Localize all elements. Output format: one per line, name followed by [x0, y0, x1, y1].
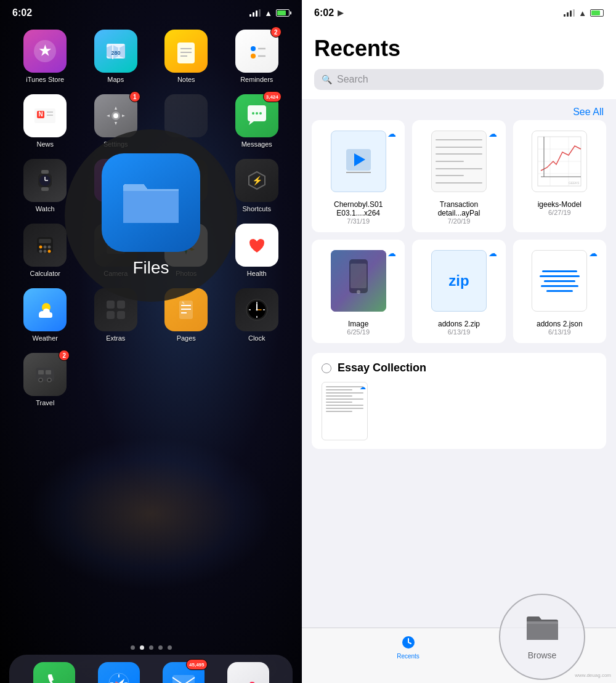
file-card-json[interactable]: ☁ addons 2.json 6/13/19 — [513, 240, 606, 343]
image-thumb — [331, 250, 386, 312]
svg-point-41 — [39, 250, 43, 253]
svg-rect-75 — [123, 189, 179, 223]
reminders-badge: 2 — [270, 26, 282, 38]
files-big-icon — [102, 153, 200, 252]
dock-safari[interactable] — [98, 662, 140, 683]
messages-icon: 3,424 — [235, 94, 278, 137]
essay-header: Essay Collection — [322, 362, 596, 374]
dot-5 — [168, 645, 172, 650]
recents-tab-icon — [400, 634, 416, 650]
file-name-2: Transactiondetail...ayPal — [438, 200, 480, 217]
time-right: 6:02 — [314, 7, 334, 18]
file-date-3: 6/27/19 — [548, 209, 571, 216]
file-card-technical[interactable]: GEEKS igeeks-Model 6/27/19 — [513, 120, 606, 232]
dock-mail[interactable]: 45,495 — [163, 662, 205, 683]
settings-badge: 1 — [129, 91, 140, 102]
svg-point-43 — [48, 250, 51, 253]
essay-cloud-icon: ☁ — [360, 384, 366, 390]
dot-1 — [131, 645, 135, 650]
dot-3 — [149, 645, 153, 650]
file-date-1: 7/31/19 — [347, 217, 370, 225]
svg-point-68 — [256, 309, 257, 311]
files-overlay[interactable]: Files — [65, 129, 237, 302]
notes-icon — [164, 30, 208, 73]
dot-4 — [158, 645, 163, 650]
svg-rect-54 — [117, 311, 125, 319]
clock-label: Clock — [248, 334, 265, 342]
watermark: www.deuag.com — [575, 673, 611, 678]
technical-thumb: GEEKS — [532, 131, 587, 192]
see-all-row: See All — [302, 99, 616, 120]
travel-badge: 2 — [59, 350, 70, 361]
page-dots — [0, 641, 302, 655]
svg-point-40 — [48, 246, 51, 249]
dock-phone-icon — [33, 662, 75, 683]
svg-rect-103 — [527, 621, 558, 624]
svg-point-19 — [252, 112, 254, 115]
reminders-icon: 2 — [235, 30, 278, 73]
itunes-store-icon: ★ — [23, 30, 67, 73]
file-card-video[interactable]: ☁ Chernobyl.S01E03.1....x264 7/31/19 — [312, 120, 405, 232]
tab-recents[interactable]: Recents — [302, 634, 477, 660]
svg-rect-71 — [46, 370, 51, 374]
svg-rect-37 — [39, 239, 51, 243]
signal-icon — [249, 9, 261, 17]
file-name-3: igeeks-Model — [538, 200, 582, 209]
search-bar[interactable]: 🔍 Search — [314, 69, 604, 90]
search-icon: 🔍 — [322, 75, 332, 84]
svg-text:GEEKS: GEEKS — [569, 181, 580, 185]
clock-icon — [235, 288, 278, 331]
signal-icon-right — [564, 9, 575, 17]
travel-icon: 2 — [23, 353, 67, 396]
svg-point-21 — [259, 112, 262, 115]
file-card-zip[interactable]: ☁ zip addons 2.zip 6/13/19 — [412, 240, 505, 343]
news-label: News — [36, 140, 54, 148]
svg-rect-102 — [527, 621, 558, 640]
app-reminders[interactable]: 2 Reminders — [224, 30, 290, 83]
dock-music[interactable] — [227, 662, 269, 683]
app-notes[interactable]: Notes — [153, 30, 219, 83]
file-name-6: addons 2.json — [537, 320, 583, 328]
app-itunes-store[interactable]: ★ iTunes Store — [12, 30, 78, 83]
maps-icon: 280 — [94, 30, 137, 73]
file-card-image[interactable]: ☁ — [312, 240, 405, 343]
svg-rect-70 — [38, 370, 44, 374]
maps-label: Maps — [107, 76, 124, 83]
notes-label: Notes — [177, 76, 195, 83]
svg-point-42 — [44, 250, 47, 253]
location-icon: ▶ — [338, 9, 343, 17]
messages-badge: 3,424 — [263, 91, 282, 102]
svg-marker-82 — [119, 679, 124, 683]
wifi-icon: ▲ — [264, 9, 272, 18]
app-maps[interactable]: 280 Maps — [83, 30, 149, 83]
essay-folder-circle — [322, 363, 331, 373]
cloud-icon-5: ☁ — [488, 248, 497, 258]
dot-2 — [140, 645, 144, 650]
file-name-4: Image — [348, 320, 368, 328]
earth-glow — [28, 437, 274, 591]
dock-mail-icon: 45,495 — [163, 662, 205, 683]
pages-label: Pages — [177, 334, 196, 342]
browse-circle-highlight[interactable]: Browse — [499, 594, 585, 680]
files-overlay-label: Files — [132, 258, 169, 278]
search-placeholder-text: Search — [337, 74, 368, 85]
file-date-2: 7/20/19 — [448, 217, 471, 225]
video-thumb — [331, 131, 386, 192]
time-left: 6:02 — [12, 7, 32, 18]
reminders-label: Reminders — [240, 76, 273, 83]
svg-point-18 — [113, 113, 118, 118]
status-icons-right: ▲ — [564, 9, 604, 18]
svg-text:⚡: ⚡ — [251, 176, 262, 186]
app-travel[interactable]: 2 Travel — [12, 353, 78, 406]
file-name-5: addons 2.zip — [438, 320, 480, 328]
see-all-button[interactable]: See All — [573, 107, 604, 118]
dock-phone[interactable] — [33, 662, 75, 683]
svg-text:N: N — [39, 111, 43, 118]
travel-label: Travel — [36, 399, 54, 406]
news-icon: N — [23, 94, 67, 137]
file-card-doc[interactable]: ☁ Transactiondetail...ayPal 7/20/19 — [412, 120, 505, 232]
shortcuts-label: Shortcuts — [243, 205, 271, 212]
svg-rect-23 — [41, 187, 49, 191]
svg-rect-53 — [107, 311, 115, 319]
svg-point-20 — [256, 112, 258, 115]
